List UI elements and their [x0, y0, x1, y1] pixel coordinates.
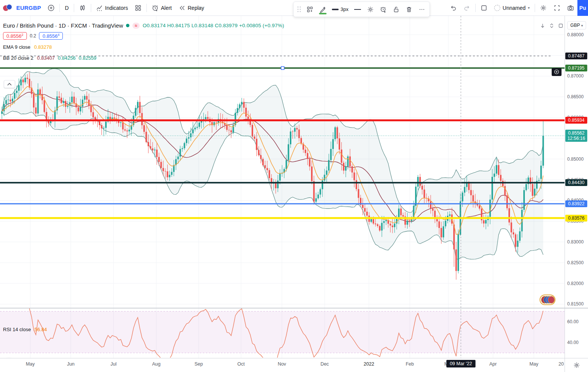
plus-circle-icon — [554, 69, 559, 74]
approximation-badge[interactable]: ≈ — [132, 23, 140, 29]
lock-drawing-button[interactable] — [390, 3, 402, 16]
scroll-up-button[interactable] — [4, 80, 15, 88]
maximize-icon — [558, 23, 563, 28]
chart-properties-button[interactable] — [537, 2, 550, 14]
price-level-badge: 0.85934 — [565, 117, 587, 124]
time-axis-label: May — [26, 361, 35, 367]
alert-line-add-button[interactable] — [552, 68, 562, 76]
time-axis-label: Jul — [110, 361, 117, 367]
gear-icon[interactable] — [573, 362, 580, 369]
time-axis-label: Oct — [237, 361, 244, 367]
time-axis-label: 2022 — [364, 361, 374, 367]
ema-value: 0.83278 — [34, 44, 52, 50]
gear-icon — [367, 6, 374, 13]
price-tick-label: 0.86500 — [567, 94, 583, 99]
maximize-pane-button[interactable] — [557, 22, 565, 29]
redo-button[interactable] — [460, 2, 474, 14]
chart-pane[interactable]: Euro / British Pound · 1D · FXCM · Tradi… — [0, 16, 565, 358]
bb-value: 0.82559 — [79, 55, 96, 61]
symbol-button[interactable]: EURGBP — [13, 2, 44, 14]
price-tick-label: 0.81500 — [567, 301, 583, 307]
undo-button[interactable] — [446, 2, 460, 14]
layout-select-button[interactable] — [477, 2, 491, 14]
price-level-badge: 0.83576 — [565, 215, 587, 222]
time-axis-label: Jun — [67, 361, 75, 367]
rsi-tick-label: 40.00 — [567, 340, 579, 345]
ellipsis-icon — [418, 6, 425, 13]
pane-separator[interactable] — [0, 308, 588, 308]
price-level-badge: 0.8556212:56:16 — [565, 130, 587, 142]
time-axis-label: Nov — [278, 361, 286, 367]
timeframe-button[interactable]: D — [61, 2, 72, 14]
compare-add-symbol-button[interactable] — [44, 2, 58, 14]
rsi-legend-row[interactable]: RSI 14 close 56.84 — [3, 327, 47, 332]
time-axis-label: 20 — [558, 361, 564, 367]
single-layout-icon — [481, 5, 487, 11]
gear-icon — [540, 5, 547, 11]
selected-color-swatch — [319, 13, 327, 14]
line-style-icon — [354, 9, 361, 10]
price-level-badge: 0.84430 — [565, 179, 587, 186]
symbol-pair-flags-icon — [3, 4, 13, 12]
bid-price-box[interactable]: 0.85562 — [3, 32, 27, 40]
bb-legend-row[interactable]: BB 20 close 2 0.834070.842560.82559 — [3, 55, 284, 61]
line-color-button[interactable] — [317, 3, 329, 16]
ask-price-box[interactable]: 0.85564 — [39, 32, 63, 40]
camera-icon — [567, 5, 574, 11]
price-chart-canvas[interactable] — [0, 16, 565, 358]
arrow-down-icon — [540, 23, 545, 28]
price-tick-label: 0.82000 — [567, 281, 583, 286]
bb-value: 0.83407 — [37, 55, 55, 61]
publish-button[interactable]: Pu — [577, 0, 588, 16]
alarm-plus-icon — [380, 6, 387, 13]
add-alert-on-line-button[interactable] — [377, 3, 389, 16]
symbol-title[interactable]: Euro / British Pound · 1D · FXCM · Tradi… — [3, 22, 123, 29]
price-scale[interactable]: GBP ▾ 0.880000.870000.865000.860000.8500… — [565, 16, 588, 358]
drawing-settings-button[interactable] — [364, 3, 376, 16]
price-tick-label: 0.82500 — [567, 260, 583, 265]
currency-unit-button[interactable]: GBP ▾ — [567, 21, 586, 29]
line-width-button[interactable]: 3px — [330, 3, 351, 16]
ema-legend-row[interactable]: EMA 9 close 0.83278 — [3, 44, 284, 50]
cloud-save-icon — [494, 5, 500, 11]
collapse-pane-button[interactable] — [548, 22, 555, 29]
source-dot-icon[interactable] — [126, 24, 129, 27]
price-level-badge: 0.87195 — [565, 65, 587, 71]
rsi-tick-label: 60.00 — [567, 319, 579, 324]
chart-style-button[interactable] — [76, 2, 89, 14]
line-style-button[interactable] — [352, 3, 364, 16]
indicators-icon — [96, 5, 103, 11]
toolbar-left-group: EURGBP D Indicators Alert — [0, 0, 208, 16]
axis-settings-cell — [565, 358, 588, 372]
time-axis-label: May — [529, 361, 538, 367]
drawing-floating-toolbar: 3px — [293, 2, 430, 17]
fullscreen-button[interactable] — [550, 2, 564, 14]
line-weight-icon — [332, 9, 339, 10]
bollinger-bands-layer — [2, 68, 543, 260]
time-axis-label: Feb — [406, 361, 414, 367]
crosshair-date-badge: 09 Mar '22 — [446, 360, 476, 367]
indicators-button[interactable]: Indicators — [93, 2, 132, 14]
line-drag-handle[interactable] — [281, 67, 284, 70]
candlestick-icon — [79, 5, 86, 11]
fullscreen-icon — [554, 5, 560, 11]
grid-squares-icon — [135, 5, 142, 11]
replay-button[interactable]: Replay — [175, 2, 208, 14]
alert-button[interactable]: Alert — [148, 2, 175, 14]
ohlc-values: O0.83174 H0.84175 L0.83148 C0.83979 +0.0… — [143, 23, 284, 28]
snapshot-button[interactable] — [564, 2, 577, 14]
tradingview-window: EURGBP D Indicators Alert — [0, 0, 588, 372]
bb-values: 0.834070.842560.82559 — [37, 55, 100, 61]
redo-icon — [464, 5, 470, 11]
time-axis-label: Sep — [194, 361, 203, 367]
indicator-templates-button[interactable] — [131, 2, 145, 14]
time-axis-label: Aug — [152, 361, 160, 367]
template-button[interactable] — [304, 3, 316, 16]
delete-drawing-button[interactable] — [403, 3, 415, 16]
scroll-to-latest-button[interactable] — [539, 22, 546, 29]
time-axis[interactable]: 09 Mar '22 MayJunJulAugSepOctNovDec2022F… — [0, 358, 565, 372]
replay-rewind-icon — [179, 5, 185, 11]
save-layout-button[interactable]: Unnamed ▾ — [491, 2, 533, 14]
toolbar-drag-handle[interactable] — [295, 6, 303, 12]
more-options-button[interactable] — [416, 3, 428, 16]
